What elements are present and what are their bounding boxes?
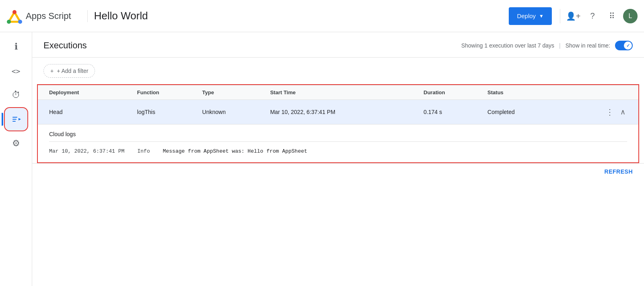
- sidebar-item-executions[interactable]: [5, 108, 27, 131]
- log-row: Cloud logs Mar 10, 2022, 6:37:41 PM Info…: [38, 124, 638, 162]
- apps-menu-button[interactable]: ⠿: [604, 8, 620, 24]
- realtime-label: Show in real time:: [566, 42, 610, 49]
- table-row: Head logThis Unknown Mar 10, 2022, 6:37:…: [38, 100, 638, 124]
- header-actions-divider: [560, 9, 560, 23]
- log-entry: Mar 10, 2022, 6:37:41 PM Info Message fr…: [49, 147, 627, 156]
- svg-rect-6: [12, 121, 16, 122]
- filter-area: + + Add a filter: [32, 58, 644, 84]
- sidebar-item-settings[interactable]: ⚙: [5, 132, 27, 155]
- avatar-letter: L: [629, 12, 632, 20]
- help-button[interactable]: ?: [584, 8, 601, 24]
- svg-point-2: [7, 20, 11, 24]
- add-collaborator-button[interactable]: 👤+: [565, 8, 581, 24]
- refresh-button[interactable]: REFRESH: [605, 168, 633, 175]
- col-deployment: Deployment: [38, 85, 132, 100]
- toggle-check-icon: ✓: [626, 43, 630, 48]
- info-icon: ℹ: [14, 41, 18, 52]
- add-filter-button[interactable]: + + Add a filter: [43, 64, 95, 78]
- toggle-knob: ✓: [624, 41, 632, 50]
- editor-icon: <>: [12, 67, 21, 75]
- execution-count-text: Showing 1 execution over last 7 days: [461, 42, 554, 49]
- cell-start-time: Mar 10, 2022, 6:37:41 PM: [265, 100, 419, 124]
- svg-point-3: [18, 20, 22, 24]
- execution-summary: Showing 1 execution over last 7 days | S…: [461, 41, 633, 50]
- header-actions: 👤+ ? ⠿ L: [558, 8, 638, 24]
- log-level: Info: [137, 148, 150, 154]
- cell-function: logThis: [132, 100, 198, 124]
- add-filter-label: + Add a filter: [57, 68, 88, 74]
- table-header-row: Deployment Function Type Start Time Dura…: [38, 85, 638, 100]
- executions-icon: [11, 114, 21, 124]
- log-timestamp: Mar 10, 2022, 6:37:41 PM: [49, 148, 124, 154]
- sidebar-item-overview[interactable]: ℹ: [5, 35, 27, 58]
- deploy-chevron-icon: ▼: [539, 13, 544, 19]
- col-status: Status: [483, 85, 558, 100]
- content-area: Executions Showing 1 execution over last…: [32, 32, 644, 286]
- main-layout: ℹ <> ⏱ ⚙ Executions Showing 1 e: [0, 32, 644, 286]
- cell-status: Completed: [483, 100, 558, 124]
- apps-grid-icon: ⠿: [609, 11, 615, 21]
- row-collapse-button[interactable]: ∧: [619, 106, 627, 118]
- bottom-bar: REFRESH: [32, 163, 644, 180]
- settings-icon: ⚙: [12, 138, 20, 149]
- col-duration: Duration: [419, 85, 483, 100]
- log-section-title: Cloud logs: [49, 131, 627, 137]
- cell-row-actions: ⋮ ∧: [558, 100, 638, 124]
- svg-rect-5: [12, 119, 17, 120]
- cell-duration: 0.174 s: [419, 100, 483, 124]
- deploy-button[interactable]: Deploy ▼: [509, 7, 552, 25]
- log-message: Message from AppSheet was: Hello from Ap…: [163, 148, 307, 154]
- project-name: Hello World: [94, 10, 148, 22]
- apps-script-logo-icon: [6, 8, 23, 24]
- refresh-label: REFRESH: [605, 168, 633, 175]
- svg-rect-4: [12, 117, 17, 118]
- help-icon: ?: [590, 11, 594, 21]
- executions-title: Executions: [43, 40, 87, 51]
- app-name: Apps Script: [26, 11, 71, 21]
- svg-marker-7: [19, 118, 21, 120]
- executions-header: Executions Showing 1 execution over last…: [32, 32, 644, 58]
- triggers-icon: ⏱: [12, 90, 21, 100]
- col-type: Type: [197, 85, 265, 100]
- app-logo: Apps Script: [6, 8, 71, 24]
- header-divider: [87, 10, 88, 22]
- log-section: Cloud logs Mar 10, 2022, 6:37:41 PM Info…: [38, 124, 638, 162]
- svg-point-1: [12, 10, 17, 14]
- row-more-options-button[interactable]: ⋮: [604, 106, 615, 118]
- active-indicator: [2, 113, 3, 126]
- col-actions: [558, 85, 638, 100]
- log-cell: Cloud logs Mar 10, 2022, 6:37:41 PM Info…: [38, 124, 638, 162]
- cell-type: Unknown: [197, 100, 265, 124]
- avatar[interactable]: L: [623, 9, 638, 23]
- executions-table: Deployment Function Type Start Time Dura…: [38, 85, 638, 162]
- info-divider: |: [559, 42, 561, 49]
- cell-deployment: Head: [38, 100, 132, 124]
- col-function: Function: [132, 85, 198, 100]
- person-add-icon: 👤+: [566, 11, 581, 21]
- sidebar-item-triggers[interactable]: ⏱: [5, 84, 27, 106]
- row-action-buttons: ⋮ ∧: [563, 106, 634, 118]
- sidebar: ℹ <> ⏱ ⚙: [0, 32, 32, 286]
- header: Apps Script Hello World Deploy ▼ 👤+ ? ⠿ …: [0, 0, 644, 32]
- col-start-time: Start Time: [265, 85, 419, 100]
- realtime-toggle[interactable]: ✓: [615, 41, 633, 50]
- sidebar-item-editor[interactable]: <>: [5, 60, 27, 82]
- log-divider: [49, 141, 627, 142]
- add-filter-plus-icon: +: [50, 68, 54, 74]
- executions-table-wrapper: Deployment Function Type Start Time Dura…: [37, 84, 639, 163]
- deploy-label: Deploy: [517, 12, 536, 19]
